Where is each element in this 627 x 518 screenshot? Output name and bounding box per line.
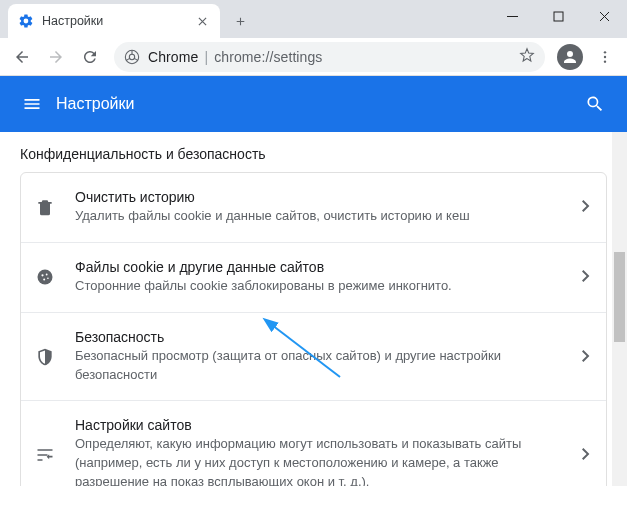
forward-button[interactable]: [40, 41, 72, 73]
svg-point-3: [604, 51, 606, 53]
chevron-right-icon: [582, 446, 590, 464]
chevron-right-icon: [582, 348, 590, 366]
tab-title: Настройки: [42, 14, 186, 28]
row-site-settings[interactable]: Настройки сайтов Определяют, какую инфор…: [21, 401, 606, 486]
profile-avatar[interactable]: [557, 44, 583, 70]
sliders-icon: [33, 445, 57, 465]
address-bar[interactable]: Chrome|chrome://settings: [114, 42, 545, 72]
browser-toolbar: Chrome|chrome://settings: [0, 38, 627, 76]
settings-card: Очистить историю Удалить файлы cookie и …: [20, 172, 607, 486]
new-tab-button[interactable]: [226, 7, 254, 35]
settings-content: Конфиденциальность и безопасность Очисти…: [0, 132, 627, 486]
close-tab-icon[interactable]: [194, 13, 210, 29]
search-button[interactable]: [575, 84, 615, 124]
browser-tab[interactable]: Настройки: [8, 4, 220, 38]
gear-icon: [18, 13, 34, 29]
hamburger-menu-button[interactable]: [12, 84, 52, 124]
cookie-icon: [33, 267, 57, 287]
kebab-menu-button[interactable]: [589, 41, 621, 73]
svg-point-7: [41, 275, 43, 277]
svg-point-6: [38, 270, 53, 285]
scrollbar-track[interactable]: [612, 132, 627, 486]
settings-header: Настройки: [0, 76, 627, 132]
row-title: Очистить историю: [75, 189, 564, 205]
trash-icon: [33, 197, 57, 217]
settings-title: Настройки: [56, 95, 134, 113]
row-security[interactable]: Безопасность Безопасный просмотр (защита…: [21, 313, 606, 402]
back-button[interactable]: [6, 41, 38, 73]
svg-point-9: [43, 279, 45, 281]
bookmark-star-icon[interactable]: [519, 47, 535, 67]
svg-point-2: [129, 54, 134, 59]
reload-button[interactable]: [74, 41, 106, 73]
section-title: Конфиденциальность и безопасность: [0, 132, 627, 172]
svg-point-5: [604, 60, 606, 62]
row-subtitle: Безопасный просмотр (защита от опасных с…: [75, 347, 564, 385]
scrollbar-thumb[interactable]: [614, 252, 625, 342]
row-subtitle: Определяют, какую информацию могут испол…: [75, 435, 564, 486]
url-text: Chrome|chrome://settings: [148, 49, 322, 65]
svg-point-8: [46, 274, 48, 276]
row-subtitle: Сторонние файлы cookie заблокированы в р…: [75, 277, 564, 296]
row-title: Файлы cookie и другие данные сайтов: [75, 259, 564, 275]
row-clear-browsing-data[interactable]: Очистить историю Удалить файлы cookie и …: [21, 173, 606, 243]
window-minimize-button[interactable]: [489, 0, 535, 32]
row-title: Безопасность: [75, 329, 564, 345]
chevron-right-icon: [582, 198, 590, 216]
window-titlebar: [489, 0, 627, 32]
row-cookies[interactable]: Файлы cookie и другие данные сайтов Стор…: [21, 243, 606, 313]
window-close-button[interactable]: [581, 0, 627, 32]
chevron-right-icon: [582, 268, 590, 286]
shield-icon: [33, 347, 57, 367]
chrome-icon: [124, 49, 140, 65]
svg-point-4: [604, 55, 606, 57]
row-title: Настройки сайтов: [75, 417, 564, 433]
svg-rect-0: [554, 12, 563, 21]
svg-point-10: [47, 278, 49, 280]
row-subtitle: Удалить файлы cookie и данные сайтов, оч…: [75, 207, 564, 226]
window-maximize-button[interactable]: [535, 0, 581, 32]
